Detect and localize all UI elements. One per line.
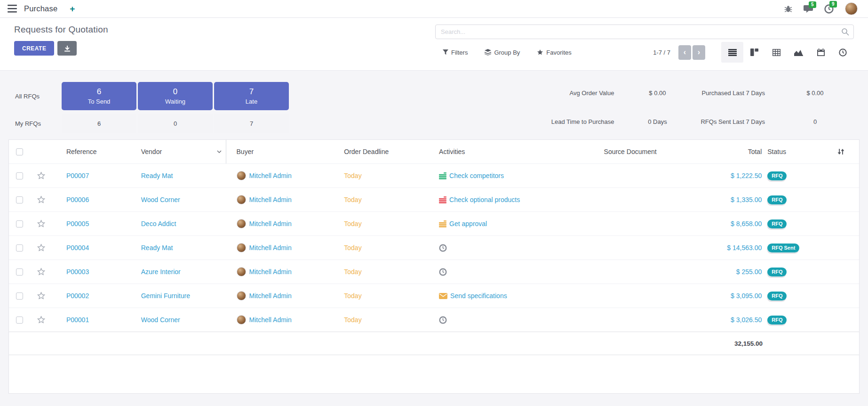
row-checkbox[interactable] [16, 244, 23, 252]
optional-columns-icon[interactable] [837, 148, 844, 155]
my-to-send-value[interactable]: 6 [62, 114, 136, 133]
table-row[interactable]: P00007 Ready Mat Mitchell Admin Today Ch… [9, 163, 859, 187]
reference-link[interactable]: P00004 [66, 244, 89, 252]
vendor-link[interactable]: Ready Mat [141, 244, 173, 252]
activity-clock-icon[interactable] [439, 244, 447, 252]
buyer-link[interactable]: Mitchell Admin [249, 268, 292, 276]
search-input[interactable] [435, 24, 854, 39]
buyer-link[interactable]: Mitchell Admin [249, 316, 292, 324]
app-title[interactable]: Purchase [24, 4, 57, 13]
total-amount: $ 8,658.00 [731, 220, 762, 227]
pager-previous-button[interactable]: ‹ [678, 45, 691, 60]
activity-tasks-icon[interactable] [439, 172, 446, 179]
graph-view-icon[interactable] [788, 42, 810, 63]
my-waiting-value[interactable]: 0 [138, 114, 213, 133]
to-send-button[interactable]: 6 To Send [62, 82, 136, 110]
column-header-status[interactable]: Status [762, 140, 823, 163]
buyer-link[interactable]: Mitchell Admin [249, 292, 292, 300]
reference-link[interactable]: P00006 [66, 196, 89, 203]
column-header-vendor[interactable]: Vendor [135, 140, 226, 163]
activity-label-link[interactable]: Send specifications [450, 292, 507, 300]
reference-link[interactable]: P00001 [66, 316, 89, 324]
waiting-button[interactable]: 0 Waiting [138, 82, 213, 110]
activity-label-link[interactable]: Check competitors [449, 172, 504, 179]
late-count: 7 [249, 87, 254, 97]
favorite-star-icon[interactable] [37, 195, 46, 204]
vendor-link[interactable]: Azure Interior [141, 268, 181, 276]
row-checkbox[interactable] [16, 317, 23, 324]
messages-count-badge: 5 [809, 1, 816, 8]
row-checkbox[interactable] [16, 196, 23, 203]
table-row[interactable]: P00002 Gemini Furniture Mitchell Admin T… [9, 284, 859, 308]
new-tab-button[interactable]: + [70, 4, 75, 13]
table-row[interactable]: P00003 Azure Interior Mitchell Admin Tod… [9, 260, 859, 284]
create-button[interactable]: CREATE [14, 41, 54, 56]
reference-link[interactable]: P00005 [66, 220, 89, 227]
late-button[interactable]: 7 Late [214, 82, 289, 110]
column-header-reference[interactable]: Reference [52, 140, 135, 163]
favorite-star-icon[interactable] [37, 171, 46, 180]
vendor-link[interactable]: Deco Addict [141, 220, 176, 227]
favorite-star-icon[interactable] [37, 244, 46, 252]
activity-clock-icon[interactable] [439, 268, 447, 276]
select-all-checkbox[interactable] [16, 148, 23, 155]
column-header-source[interactable]: Source Document [574, 140, 687, 163]
reference-link[interactable]: P00002 [66, 292, 89, 300]
table-row[interactable]: P00001 Wood Corner Mitchell Admin Today … [9, 308, 859, 332]
row-checkbox[interactable] [16, 268, 23, 276]
buyer-avatar [237, 315, 246, 325]
activity-tasks-icon[interactable] [439, 196, 446, 203]
activity-mail-icon[interactable] [439, 293, 447, 299]
table-row[interactable]: P00006 Wood Corner Mitchell Admin Today … [9, 187, 859, 211]
activities-clock-icon[interactable]: 9 [824, 4, 834, 14]
apps-menu-icon[interactable] [8, 5, 17, 13]
favorites-menu[interactable]: Favorites [537, 49, 571, 56]
vendor-link[interactable]: Wood Corner [141, 316, 180, 324]
calendar-view-icon[interactable] [810, 42, 832, 63]
favorite-star-icon[interactable] [37, 219, 46, 228]
vendor-link[interactable]: Gemini Furniture [141, 292, 190, 300]
list-view-icon[interactable] [721, 42, 743, 63]
activity-clock-icon[interactable] [439, 316, 447, 324]
vendor-link[interactable]: Wood Corner [141, 196, 180, 203]
column-header-deadline[interactable]: Order Deadline [332, 140, 430, 163]
reference-link[interactable]: P00007 [66, 172, 89, 179]
activity-view-icon[interactable] [832, 42, 854, 63]
row-checkbox[interactable] [16, 292, 23, 300]
user-avatar[interactable] [845, 2, 858, 15]
filters-menu[interactable]: Filters [443, 49, 468, 56]
favorite-star-icon[interactable] [37, 316, 46, 324]
column-header-activities[interactable]: Activities [430, 140, 574, 163]
table-row[interactable]: P00004 Ready Mat Mitchell Admin Today $ … [9, 235, 859, 260]
my-late-value[interactable]: 7 [214, 114, 289, 133]
column-header-total[interactable]: Total [686, 140, 762, 163]
total-amount: $ 14,563.00 [727, 244, 762, 252]
page-title: Requests for Quotation [14, 24, 108, 35]
buyer-link[interactable]: Mitchell Admin [249, 196, 292, 203]
kanban-view-icon[interactable] [743, 42, 765, 63]
table-footer-row: 32,155.00 [9, 332, 859, 355]
messages-icon[interactable]: 5 [804, 5, 813, 13]
search-icon[interactable] [841, 28, 849, 36]
favorite-star-icon[interactable] [37, 268, 46, 276]
pivot-view-icon[interactable] [765, 42, 788, 63]
debug-bug-icon[interactable] [784, 5, 792, 13]
buyer-link[interactable]: Mitchell Admin [249, 220, 292, 227]
source-document-cell [574, 212, 687, 235]
table-row[interactable]: P00005 Deco Addict Mitchell Admin Today … [9, 211, 859, 235]
vendor-link[interactable]: Ready Mat [141, 172, 173, 179]
export-button[interactable] [57, 41, 77, 56]
pager-next-button[interactable]: › [693, 45, 705, 60]
buyer-link[interactable]: Mitchell Admin [249, 244, 292, 252]
favorite-star-icon[interactable] [37, 292, 46, 300]
reference-link[interactable]: P00003 [66, 268, 89, 276]
buyer-link[interactable]: Mitchell Admin [249, 172, 292, 179]
activity-tasks-icon[interactable] [439, 220, 446, 227]
activity-label-link[interactable]: Check optional products [449, 196, 520, 203]
column-header-buyer[interactable]: Buyer [226, 140, 332, 163]
sort-descending-icon[interactable] [217, 150, 222, 153]
activity-label-link[interactable]: Get approval [449, 220, 487, 227]
row-checkbox[interactable] [16, 220, 23, 227]
row-checkbox[interactable] [16, 172, 23, 179]
group-by-menu[interactable]: Group By [485, 49, 520, 56]
